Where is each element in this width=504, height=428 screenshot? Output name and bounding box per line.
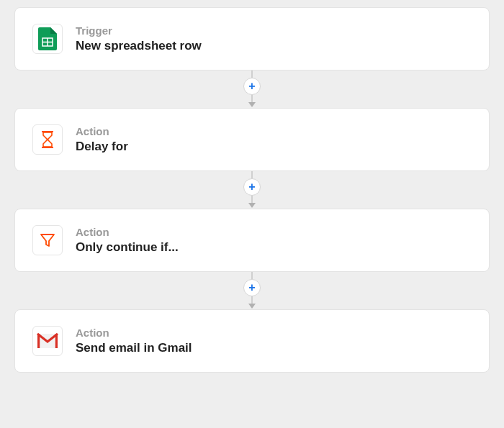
arrow-down-icon: [248, 102, 256, 107]
svg-rect-7: [55, 334, 58, 348]
connector: +: [14, 171, 490, 209]
step-card-delay[interactable]: Action Delay for: [14, 108, 490, 171]
step-card-trigger[interactable]: Trigger New spreadsheet row: [14, 7, 490, 70]
step-title: Send email in Gmail: [76, 341, 192, 355]
filter-icon: [32, 225, 63, 255]
step-type-label: Trigger: [76, 24, 202, 37]
plus-icon: +: [248, 181, 255, 193]
step-title: New spreadsheet row: [76, 39, 202, 53]
plus-icon: +: [248, 81, 255, 92]
step-text: Action Only continue if...: [76, 226, 179, 255]
step-title: Only continue if...: [76, 240, 179, 255]
add-step-button[interactable]: +: [243, 178, 261, 196]
step-type-label: Action: [76, 226, 179, 238]
add-step-button[interactable]: +: [243, 279, 261, 296]
step-card-gmail[interactable]: Action Send email in Gmail: [14, 309, 490, 373]
connector: +: [14, 70, 490, 108]
step-type-label: Action: [76, 125, 128, 137]
step-title: Delay for: [76, 140, 128, 154]
arrow-down-icon: [248, 203, 256, 208]
step-text: Action Delay for: [76, 125, 128, 154]
plus-icon: +: [248, 282, 255, 293]
svg-rect-6: [37, 334, 40, 348]
add-step-button[interactable]: +: [243, 78, 261, 95]
hourglass-icon: [32, 124, 63, 155]
arrow-down-icon: [248, 304, 256, 309]
google-sheets-icon: [32, 24, 63, 54]
connector: +: [14, 272, 490, 309]
step-text: Trigger New spreadsheet row: [76, 24, 202, 53]
gmail-icon: [32, 326, 63, 356]
step-card-filter[interactable]: Action Only continue if...: [14, 209, 490, 272]
step-type-label: Action: [76, 327, 192, 339]
step-text: Action Send email in Gmail: [76, 327, 192, 355]
